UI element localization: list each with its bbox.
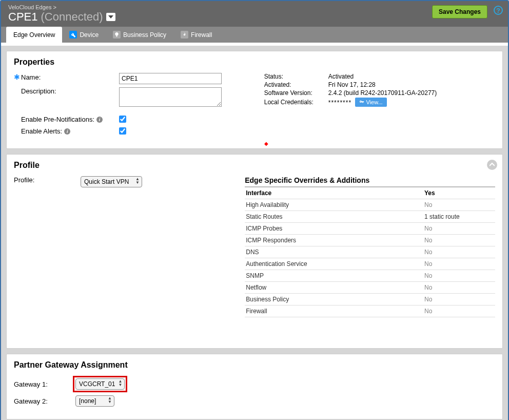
profile-select[interactable]: Quick Start VPN ▲▼ <box>81 176 142 187</box>
required-star-icon: ✱ <box>14 73 19 81</box>
table-row: Authentication ServiceNo <box>245 258 495 270</box>
tab-label: Edge Overview <box>13 31 55 39</box>
table-row: ICMP RespondersNo <box>245 235 495 246</box>
page-header: VeloCloud Edges > CPE1 (Connected) Save … <box>1 1 508 27</box>
override-name: Authentication Service <box>245 258 423 270</box>
override-value: No <box>423 199 495 211</box>
panel-title: Properties <box>14 58 495 67</box>
edge-dropdown-toggle[interactable] <box>106 13 115 21</box>
table-row: High AvailabilityNo <box>245 199 495 211</box>
table-row: SNMPNo <box>245 270 495 282</box>
select-caret-icon: ▲▼ <box>135 177 140 184</box>
override-value: No <box>423 223 495 235</box>
override-name: ICMP Responders <box>245 235 423 246</box>
info-icon[interactable]: i <box>64 128 70 135</box>
highlight-annotation: VCGCRT_01 ▲▼ <box>73 376 127 392</box>
tab-label: Firewall <box>191 31 212 39</box>
table-row: FirewallNo <box>245 306 495 317</box>
profile-panel: Profile Profile: Quick Start VPN ▲▼ Edge… <box>6 154 503 349</box>
override-name: DNS <box>245 246 423 258</box>
override-name: ICMP Probes <box>245 223 423 235</box>
name-label: Name: <box>21 73 41 81</box>
collapse-icon[interactable] <box>487 160 497 170</box>
override-value: No <box>423 306 495 317</box>
override-value: No <box>423 258 495 270</box>
overrides-table: Interface Yes High AvailabilityNoStatic … <box>245 187 495 317</box>
tab-label: Device <box>80 31 99 39</box>
overrides-title: Edge Specific Overrides & Additions <box>245 176 495 184</box>
version-label: Software Version: <box>264 89 328 97</box>
tab-device[interactable]: Device <box>62 27 106 43</box>
pre-notifications-checkbox[interactable] <box>119 116 126 123</box>
save-button[interactable]: Save Changes <box>432 5 487 18</box>
chevron-down-icon <box>108 15 113 18</box>
select-caret-icon: ▲▼ <box>119 379 123 387</box>
credentials-value: ******** <box>328 99 351 106</box>
tab-label: Business Policy <box>123 31 166 39</box>
table-row: DNSNo <box>245 246 495 258</box>
view-credentials-button[interactable]: View... <box>355 98 386 107</box>
panel-title: Partner Gateway Assignment <box>14 360 495 370</box>
properties-panel: Properties ✱ Name: <box>6 51 503 149</box>
select-caret-icon: ▲▼ <box>108 396 112 404</box>
pre-notifications-label: Enable Pre-Notifications: <box>21 116 94 123</box>
activated-value: Fri Nov 17, 12:28 <box>328 81 376 88</box>
alerts-label: Enable Alerts: <box>21 127 62 135</box>
help-icon[interactable]: ? <box>494 6 503 15</box>
tab-edge-overview[interactable]: Edge Overview <box>6 27 62 43</box>
table-header-row: Interface Yes <box>245 187 495 199</box>
badge-icon <box>113 31 121 39</box>
override-value: No <box>423 246 495 258</box>
override-value: No <box>423 282 495 294</box>
overrides-header-value: Yes <box>423 187 495 199</box>
override-name: Static Routes <box>245 211 423 223</box>
table-row: Static Routes1 static route <box>245 211 495 223</box>
override-name: Firewall <box>245 306 423 317</box>
gateway1-label: Gateway 1: <box>14 380 75 388</box>
alerts-checkbox[interactable] <box>119 127 126 135</box>
override-value: No <box>423 294 495 306</box>
panel-title: Profile <box>14 161 495 170</box>
table-row: Business PolicyNo <box>245 294 495 306</box>
override-name: High Availability <box>245 199 423 211</box>
table-row: NetflowNo <box>245 282 495 294</box>
status-value: Activated <box>328 73 354 80</box>
profile-select-value: Quick Start VPN <box>84 178 129 185</box>
overrides-header-name: Interface <box>245 187 423 199</box>
change-indicator-icon: ◆ <box>264 141 268 146</box>
override-name: Business Policy <box>245 294 423 306</box>
tab-bar: Edge Overview Device Business Policy Fir… <box>1 27 508 43</box>
flame-icon <box>181 31 188 39</box>
override-value: 1 static route <box>423 211 495 223</box>
gateway1-select[interactable]: VCGCRT_01 ▲▼ <box>75 378 125 390</box>
table-row: ICMP ProbesNo <box>245 223 495 235</box>
page-title: CPE1 <box>8 10 37 24</box>
gateway-panel: Partner Gateway Assignment Gateway 1: VC… <box>6 354 503 419</box>
breadcrumb[interactable]: VeloCloud Edges > <box>8 4 501 10</box>
gateway2-select[interactable]: [none] ▲▼ <box>75 395 114 407</box>
description-label: Description: <box>21 87 56 95</box>
status-label: Status: <box>264 73 328 80</box>
view-label: View... <box>366 99 382 105</box>
gateway2-label: Gateway 2: <box>14 397 75 405</box>
wrench-icon <box>69 31 77 39</box>
gateway2-value: [none] <box>79 397 96 405</box>
override-name: SNMP <box>245 270 423 282</box>
key-icon <box>359 100 364 105</box>
connection-status: (Connected) <box>41 10 103 24</box>
tab-firewall[interactable]: Firewall <box>173 27 219 43</box>
activated-label: Activated: <box>264 81 328 88</box>
name-input[interactable] <box>119 73 222 84</box>
credentials-label: Local Credentials: <box>264 99 328 106</box>
description-input[interactable] <box>119 87 222 107</box>
info-icon[interactable]: i <box>96 117 103 123</box>
profile-label: Profile: <box>14 176 81 317</box>
override-name: Netflow <box>245 282 423 294</box>
override-value: No <box>423 270 495 282</box>
override-value: No <box>423 235 495 246</box>
tab-business-policy[interactable]: Business Policy <box>106 27 173 43</box>
version-value: 2.4.2 (build R242-20170911-GA-20277) <box>328 89 437 97</box>
gateway1-value: VCGCRT_01 <box>79 380 115 388</box>
